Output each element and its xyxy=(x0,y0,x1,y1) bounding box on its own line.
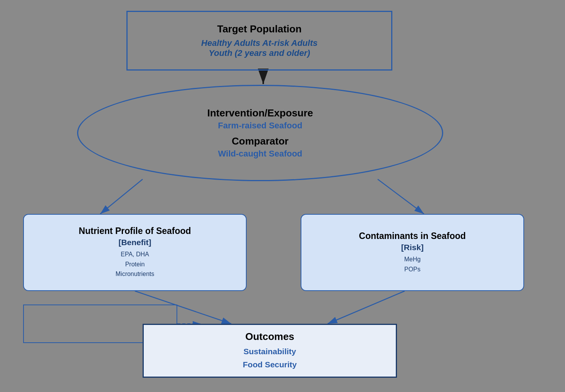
target-population-line1: Healthy Adults At-risk Adults xyxy=(201,38,318,48)
contaminants-box: Contaminants in Seafood [Risk] MeHgPOPs xyxy=(301,214,524,291)
contaminants-risk-label: [Risk] xyxy=(401,243,424,252)
target-population-line2: Youth (2 years and older) xyxy=(209,48,310,58)
comparator-title: Comparator xyxy=(232,135,288,147)
outcomes-items: SustainabilityFood Security xyxy=(243,345,297,371)
nutrient-profile-box: Nutrient Profile of Seafood [Benefit] EP… xyxy=(23,214,247,291)
intervention-title: Intervention/Exposure xyxy=(207,107,313,119)
outcomes-box: Outcomes SustainabilityFood Security xyxy=(143,324,397,378)
intervention-ellipse: Intervention/Exposure Farm-raised Seafoo… xyxy=(77,85,443,181)
nutrient-items: EPA, DHAProteinMicronutrients xyxy=(116,249,154,279)
outcomes-title: Outcomes xyxy=(245,331,294,343)
diagram-container: Target Population Healthy Adults At-risk… xyxy=(0,0,565,392)
target-population-title: Target Population xyxy=(217,23,301,35)
intervention-subtitle: Farm-raised Seafood xyxy=(218,121,303,131)
target-population-box: Target Population Healthy Adults At-risk… xyxy=(126,11,392,71)
comparator-subtitle: Wild-caught Seafood xyxy=(218,149,303,159)
contaminants-title: Contaminants in Seafood xyxy=(359,231,466,241)
nutrient-benefit-label: [Benefit] xyxy=(118,238,151,247)
contaminants-items: MeHgPOPs xyxy=(404,254,421,274)
nutrient-title: Nutrient Profile of Seafood xyxy=(79,226,191,236)
